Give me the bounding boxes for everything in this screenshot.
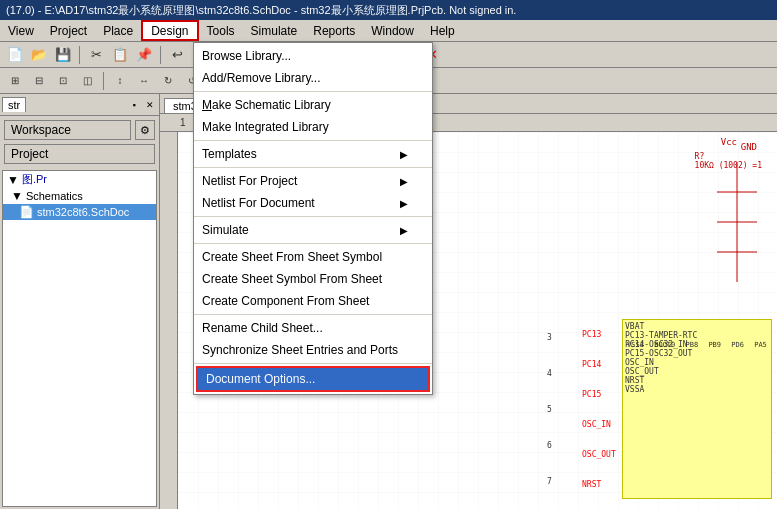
make-sch-library-label: Make Schematic Library bbox=[202, 98, 331, 112]
menu-design-label: Design bbox=[151, 24, 188, 38]
create-comp-label: Create Component From Sheet bbox=[202, 294, 369, 308]
menu-netlist-doc[interactable]: Netlist For Document ▶ bbox=[194, 192, 432, 214]
menu-help[interactable]: Help bbox=[422, 20, 463, 41]
pin-pc13: PC13 bbox=[582, 330, 622, 339]
title-text: (17.0) - E:\AD17\stm32最小系统原理图\stm32c8t6.… bbox=[6, 3, 516, 18]
pin-nrst: NRST bbox=[582, 480, 622, 489]
drop-sep-3 bbox=[194, 167, 432, 168]
tree-project-label: 图.Pr bbox=[22, 172, 47, 187]
menu-bar: View Project Place Design Tools Simulate… bbox=[0, 20, 777, 42]
templates-label: Templates bbox=[202, 147, 257, 161]
tb-sep1 bbox=[79, 46, 80, 64]
tb-open[interactable]: 📂 bbox=[28, 44, 50, 66]
menu-create-comp[interactable]: Create Component From Sheet bbox=[194, 290, 432, 312]
simulate-sub-arrow: ▶ bbox=[400, 225, 408, 236]
tb-new[interactable]: 📄 bbox=[4, 44, 26, 66]
workspace-area: Workspace ⚙ bbox=[0, 116, 159, 144]
tb2-3[interactable]: ⊡ bbox=[52, 70, 74, 92]
menu-project[interactable]: Project bbox=[42, 20, 95, 41]
ruler-vertical bbox=[160, 132, 178, 509]
tb2-1[interactable]: ⊞ bbox=[4, 70, 26, 92]
chip-top-pins: VSS3 BOOT0 PB8 PB9 PD6 PA5 bbox=[622, 341, 772, 349]
workspace-gear-icon[interactable]: ⚙ bbox=[135, 120, 155, 140]
tb2-6[interactable]: ↔ bbox=[133, 70, 155, 92]
tree-item-project[interactable]: ▼ 图.Pr bbox=[3, 171, 156, 188]
sync-sheet-label: Synchronize Sheet Entries and Ports bbox=[202, 343, 398, 357]
project-area: Project bbox=[0, 144, 159, 168]
workspace-label: Workspace bbox=[11, 123, 71, 137]
browse-library-label: Browse Library... bbox=[202, 49, 291, 63]
tree-schdoc-icon: 📄 bbox=[19, 205, 34, 219]
tb2-5[interactable]: ↕ bbox=[109, 70, 131, 92]
menu-make-int-library[interactable]: Make Integrated Library bbox=[194, 116, 432, 138]
menu-simulate[interactable]: Simulate bbox=[243, 20, 306, 41]
menu-place[interactable]: Place bbox=[95, 20, 141, 41]
tb-save[interactable]: 💾 bbox=[52, 44, 74, 66]
tp-pb9: PB9 bbox=[708, 341, 721, 349]
netlist-project-arrow: ▶ bbox=[400, 176, 408, 187]
tb-cut[interactable]: ✂ bbox=[85, 44, 107, 66]
tb-sep2 bbox=[160, 46, 161, 64]
left-panel: str ▪ ✕ Workspace ⚙ Project ▼ 图.Pr bbox=[0, 94, 160, 509]
tree-item-schematics[interactable]: ▼ Schematics bbox=[3, 188, 156, 204]
drop-sep-2 bbox=[194, 140, 432, 141]
pin-pc15: PC15 bbox=[582, 390, 622, 399]
drop-sep-7 bbox=[194, 363, 432, 364]
create-sheet-symbol-label: Create Sheet Symbol From Sheet bbox=[202, 272, 382, 286]
tb-copy[interactable]: 📋 bbox=[109, 44, 131, 66]
tp-pb8: PB8 bbox=[686, 341, 699, 349]
tp-boot0: BOOT0 bbox=[654, 341, 675, 349]
comp-vcc: Vcc bbox=[721, 137, 737, 147]
menu-doc-options[interactable]: Document Options... bbox=[196, 366, 430, 392]
tp-pa5: PA5 bbox=[754, 341, 767, 349]
panel-tab-str[interactable]: str bbox=[2, 97, 26, 112]
tb2-sep1 bbox=[103, 72, 104, 90]
menu-view[interactable]: View bbox=[0, 20, 42, 41]
menu-browse-library[interactable]: Browse Library... bbox=[194, 45, 432, 67]
panel-header-icons: ▪ ✕ bbox=[127, 98, 157, 112]
ruler-mark1: 1 bbox=[180, 117, 186, 128]
menu-reports[interactable]: Reports bbox=[305, 20, 363, 41]
tb-undo[interactable]: ↩ bbox=[166, 44, 188, 66]
make-int-library-label: Make Integrated Library bbox=[202, 120, 329, 134]
panel-pin-icon[interactable]: ▪ bbox=[127, 98, 141, 112]
menu-sync-sheet[interactable]: Synchronize Sheet Entries and Ports bbox=[194, 339, 432, 361]
chip-pins-left: PC13 PC14 PC15 OSC_IN OSC_OUT NRST bbox=[582, 319, 622, 499]
menu-create-sheet[interactable]: Create Sheet From Sheet Symbol bbox=[194, 246, 432, 268]
doc-options-label: Document Options... bbox=[206, 372, 315, 386]
comp-svg bbox=[707, 162, 767, 282]
tp-vss3: VSS3 bbox=[627, 341, 644, 349]
menu-add-remove-library[interactable]: Add/Remove Library... bbox=[194, 67, 432, 89]
menu-netlist-project[interactable]: Netlist For Project ▶ bbox=[194, 170, 432, 192]
chip-label: VBAT PC13-TAMPER-RTC PC14-OSC32_IN PC15-… bbox=[623, 320, 771, 396]
drop-sep-1 bbox=[194, 91, 432, 92]
menu-window[interactable]: Window bbox=[363, 20, 422, 41]
workspace-button[interactable]: Workspace bbox=[4, 120, 131, 140]
chip-pin-numbers: 3 4 5 6 7 bbox=[547, 319, 577, 499]
drop-sep-4 bbox=[194, 216, 432, 217]
tp-pd6: PD6 bbox=[731, 341, 744, 349]
menu-design[interactable]: Design bbox=[141, 20, 198, 41]
tb-paste[interactable]: 📌 bbox=[133, 44, 155, 66]
menu-make-sch-library[interactable]: Make Schematic Library bbox=[194, 94, 432, 116]
menu-tools[interactable]: Tools bbox=[199, 20, 243, 41]
menu-rename-child[interactable]: Rename Child Sheet... bbox=[194, 317, 432, 339]
simulate-sub-label: Simulate bbox=[202, 223, 249, 237]
netlist-project-label: Netlist For Project bbox=[202, 174, 297, 188]
menu-create-sheet-symbol[interactable]: Create Sheet Symbol From Sheet bbox=[194, 268, 432, 290]
tb2-2[interactable]: ⊟ bbox=[28, 70, 50, 92]
panel-tab-strip: str ▪ ✕ bbox=[0, 94, 159, 116]
panel-close-icon[interactable]: ✕ bbox=[143, 98, 157, 112]
tb2-4[interactable]: ◫ bbox=[76, 70, 98, 92]
pin-pc14: PC14 bbox=[582, 360, 622, 369]
templates-arrow: ▶ bbox=[400, 149, 408, 160]
tree-schematics-icon: ▼ bbox=[11, 189, 23, 203]
pin-osc-in: OSC_IN bbox=[582, 420, 622, 429]
menu-simulate-sub[interactable]: Simulate ▶ bbox=[194, 219, 432, 241]
project-button[interactable]: Project bbox=[4, 144, 155, 164]
menu-templates[interactable]: Templates ▶ bbox=[194, 143, 432, 165]
tree-item-schdoc[interactable]: 📄 stm32c8t6.SchDoc bbox=[3, 204, 156, 220]
tb2-7[interactable]: ↻ bbox=[157, 70, 179, 92]
comp-gnd: GND bbox=[741, 142, 757, 152]
tree-schematics-label: Schematics bbox=[26, 190, 83, 202]
